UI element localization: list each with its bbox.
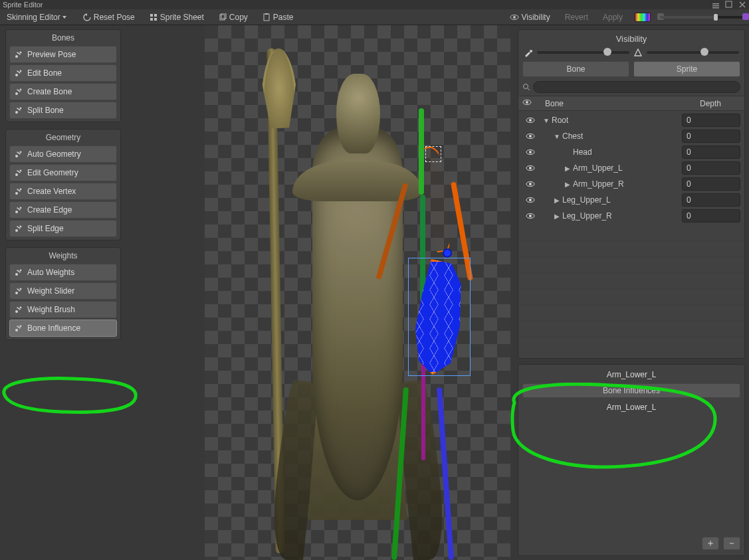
svg-rect-1 <box>712 5 719 7</box>
visibility-panel: Visibility Bone Sprite Bone Depth <box>518 29 745 359</box>
selection-handle[interactable] <box>425 146 441 162</box>
tree-row-leg_upper_l[interactable]: ▶Leg_Upper_L0 <box>521 192 742 208</box>
bones-panel-title: Bones <box>6 30 120 46</box>
visibility-label: Visibility <box>522 13 550 22</box>
bone-joint[interactable] <box>443 248 452 258</box>
apply-button[interactable]: Apply <box>600 11 625 24</box>
visibility-eye[interactable] <box>521 147 540 157</box>
toolbar: Skinning Editor Reset Pose Sprite Sheet … <box>0 9 749 25</box>
tree-row-arm_upper_l[interactable]: ▶Arm_Upper_L0 <box>521 160 742 176</box>
preview-pose-button[interactable]: Preview Pose <box>9 46 117 63</box>
tree-row-arm_upper_r[interactable]: ▶Arm_Upper_R0 <box>521 176 742 192</box>
svg-rect-11 <box>265 13 268 15</box>
weights-panel: Weights Auto WeightsWeight SliderWeight … <box>5 247 121 340</box>
tree-node-label: Leg_Upper_L <box>562 195 611 205</box>
close-icon[interactable] <box>738 1 746 9</box>
paste-label: Paste <box>273 13 294 22</box>
selected-sprite-name: Arm_Lower_L <box>518 370 744 379</box>
weight-mini-slider[interactable] <box>660 16 746 19</box>
tree-columns-header: Bone Depth <box>518 96 744 111</box>
weights-panel-title: Weights <box>6 248 120 264</box>
mesh-opacity-slider[interactable] <box>647 51 739 54</box>
revert-button[interactable]: Revert <box>562 11 591 24</box>
tab-sprite[interactable]: Sprite <box>633 61 740 77</box>
visibility-eye[interactable] <box>521 195 540 205</box>
svg-point-46 <box>20 288 22 290</box>
split-bone-button[interactable]: Split Bone <box>9 102 117 119</box>
tree-row-head[interactable]: Head0 <box>521 144 742 160</box>
visibility-eye[interactable] <box>521 132 540 141</box>
tree-expander[interactable]: ▶ <box>553 213 561 220</box>
edit-bone-button[interactable]: Edit Bone <box>9 64 117 82</box>
col-bone[interactable]: Bone <box>541 99 681 108</box>
tree-row-leg_upper_r[interactable]: ▶Leg_Upper_R0 <box>521 208 742 224</box>
tree-row-chest[interactable]: ▼Chest0 <box>521 128 742 144</box>
sprite-canvas[interactable] <box>125 25 516 560</box>
tool-button-label: Bone Influence <box>27 324 80 333</box>
tree-row-root[interactable]: ▼Root0 <box>521 112 742 128</box>
depth-field[interactable]: 0 <box>682 161 740 175</box>
tree-expander[interactable]: ▼ <box>553 133 561 140</box>
tab-bone[interactable]: Bone <box>522 61 629 77</box>
paste-button[interactable]: Paste <box>260 11 296 24</box>
reset-pose-button[interactable]: Reset Pose <box>80 11 138 24</box>
auto-geometry-button[interactable]: Auto Geometry <box>9 145 117 163</box>
sprite-sheet-button[interactable]: Sprite Sheet <box>147 11 207 24</box>
visibility-eye[interactable] <box>521 163 540 173</box>
brush-icon <box>524 48 533 57</box>
edit-geometry-button[interactable]: Edit Geometry <box>9 164 117 181</box>
visibility-eye[interactable] <box>521 116 540 125</box>
chevron-down-icon <box>62 15 67 20</box>
depth-field[interactable]: 0 <box>682 130 740 143</box>
window-menu-icon[interactable] <box>712 1 720 9</box>
create-bone-button[interactable]: Create Bone <box>9 83 117 100</box>
tree-node-label: Root <box>552 116 568 125</box>
visibility-sliders <box>518 48 744 61</box>
copy-button[interactable]: Copy <box>216 11 251 24</box>
tree-expander[interactable]: ▶ <box>564 181 572 188</box>
weight-brush-button[interactable]: Weight Brush <box>9 301 117 318</box>
visibility-toggle[interactable]: Visibility <box>507 11 553 24</box>
split-edge-button[interactable]: Split Edge <box>9 220 117 237</box>
tree-expander[interactable]: ▶ <box>553 197 561 204</box>
visibility-search-input[interactable] <box>533 81 740 93</box>
weight-gradient-swatch[interactable] <box>635 13 651 22</box>
influence-item[interactable]: Arm_Lower_L <box>522 401 740 414</box>
svg-rect-4 <box>150 14 153 17</box>
create-edge-button[interactable]: Create Edge <box>9 201 117 219</box>
bone-influence-panel: Arm_Lower_L Bone Influences Arm_Lower_L … <box>518 364 745 556</box>
create-vertex-button[interactable]: Create Vertex <box>9 183 117 200</box>
svg-point-16 <box>20 52 22 54</box>
depth-field[interactable]: 0 <box>682 114 740 127</box>
tree-node-label: Arm_Upper_L <box>573 163 623 173</box>
auto-weights-button[interactable]: Auto Weights <box>9 264 117 281</box>
tree-expander[interactable]: ▶ <box>564 165 572 172</box>
col-depth[interactable]: Depth <box>681 99 740 108</box>
svg-point-29 <box>15 173 18 176</box>
visibility-eye[interactable] <box>521 179 540 189</box>
apply-label: Apply <box>603 13 623 22</box>
add-influence-button[interactable]: ＋ <box>702 537 719 550</box>
col-eye <box>522 98 541 109</box>
depth-field[interactable]: 0 <box>682 145 740 159</box>
bone-opacity-slider[interactable] <box>537 51 629 54</box>
tool-button-label: Edit Geometry <box>27 168 78 177</box>
visibility-eye[interactable] <box>521 211 540 221</box>
svg-point-52 <box>20 326 22 327</box>
editor-mode-dropdown[interactable]: Skinning Editor <box>3 11 71 24</box>
depth-field[interactable]: 0 <box>682 209 740 223</box>
tool-button-label: Auto Geometry <box>27 149 81 159</box>
remove-influence-button[interactable]: － <box>723 537 740 550</box>
maximize-icon[interactable] <box>725 1 733 9</box>
search-icon <box>522 83 530 91</box>
bone-influences-header[interactable]: Bone Influences <box>522 383 740 398</box>
bone-line[interactable] <box>419 108 424 195</box>
tree-node-label: Chest <box>562 132 583 141</box>
svg-point-49 <box>20 307 22 309</box>
depth-field[interactable]: 0 <box>682 193 740 207</box>
depth-field[interactable]: 0 <box>682 177 740 191</box>
weight-slider-button[interactable]: Weight Slider <box>9 282 117 300</box>
tree-expander[interactable]: ▼ <box>542 117 550 124</box>
svg-point-44 <box>15 292 18 294</box>
bone-influence-button[interactable]: Bone Influence <box>9 320 117 337</box>
